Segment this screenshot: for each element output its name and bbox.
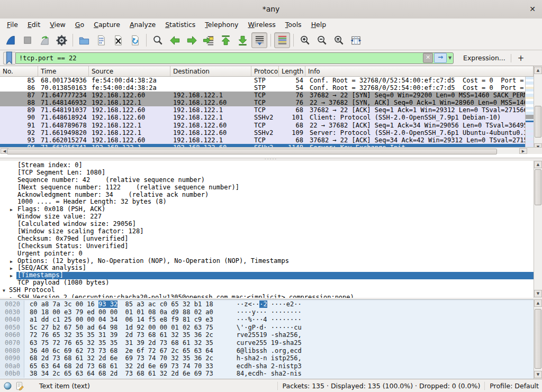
hex-row-0070[interactable]: 007063 75 72 76 65 32 35 35 31 39 2d 73 … bbox=[0, 339, 542, 347]
hex-bytes[interactable]: 5c 27 b2 67 50 ad 64 98 1d 92 00 00 01 0… bbox=[30, 324, 213, 332]
packet-row-93[interactable]: 9371.662015274192.168.122.60192.168.122.… bbox=[0, 136, 525, 144]
zoom-in-button[interactable] bbox=[297, 32, 313, 48]
column-header-no[interactable]: No. bbox=[0, 66, 38, 76]
detail-line[interactable]: TCP payload (1080 bytes) bbox=[0, 279, 542, 287]
filter-apply-button[interactable]: → bbox=[434, 53, 447, 63]
detail-line[interactable]: [Checksum Status: Unverified] bbox=[0, 243, 542, 250]
hex-ascii[interactable]: 6@libssh .org,ecd bbox=[237, 347, 302, 355]
packet-list-vscrollbar[interactable]: ▲ ▼ bbox=[534, 66, 542, 151]
scroll-up-icon[interactable]: ▲ bbox=[534, 67, 542, 74]
detail-line[interactable]: ▼SSH Protocol bbox=[0, 287, 542, 294]
menu-edit[interactable]: Edit bbox=[23, 19, 45, 30]
expert-info-icon[interactable] bbox=[3, 381, 12, 390]
go-back-button[interactable] bbox=[167, 32, 183, 48]
detail-line[interactable]: [TCP Segment Len: 1080] bbox=[0, 169, 542, 177]
file-open-button[interactable] bbox=[76, 32, 92, 48]
packet-row-89[interactable]: 8971.648191037192.168.122.60192.168.122.… bbox=[0, 106, 525, 114]
detail-line[interactable]: [Next sequence number: 1122 (relative se… bbox=[0, 184, 542, 192]
hex-row-0050[interactable]: 00505c 27 b2 67 50 ad 64 98 1d 92 00 00 … bbox=[0, 324, 542, 332]
hex-row-0020[interactable]: 0020c0 a8 7a 3c 00 16 93 32 85 a3 ac c0 … bbox=[0, 300, 542, 308]
hex-bytes[interactable]: 63 75 72 76 65 32 35 35 31 39 2d 73 68 6… bbox=[30, 339, 213, 347]
detail-line[interactable]: ▶Options: (12 bytes), No-Operation (NOP)… bbox=[0, 258, 542, 265]
zoom-out-button[interactable] bbox=[314, 32, 330, 48]
menu-file[interactable]: File bbox=[2, 19, 23, 30]
go-last-button[interactable] bbox=[234, 32, 250, 48]
resize-columns-button[interactable] bbox=[348, 32, 364, 48]
hex-bytes[interactable]: 68 2d 73 68 61 32 2d 6e 69 73 74 70 32 3… bbox=[30, 354, 213, 362]
details-vscrollbar[interactable]: ▲ ▼ bbox=[534, 161, 542, 298]
bytes-scroll-thumb[interactable] bbox=[535, 309, 541, 369]
packet-row-92[interactable]: 9271.661949820192.168.122.1192.168.122.6… bbox=[0, 129, 525, 136]
hex-row-0040[interactable]: 0040a1 dd c1 25 00 00 04 34 06 14 f5 e8 … bbox=[0, 316, 542, 324]
hex-ascii[interactable]: rve25519 -sha256, bbox=[237, 331, 302, 339]
filter-clear-button[interactable]: ✕ bbox=[423, 53, 433, 63]
hex-bytes[interactable]: 36 40 6c 69 62 73 73 68 2e 6f 72 67 2c 6… bbox=[30, 347, 213, 355]
detail-line[interactable]: ▶Flags: 0x018 (PSH, ACK) bbox=[0, 206, 542, 213]
hex-ascii[interactable]: h-sha2-n istp256, bbox=[237, 354, 302, 362]
hex-row-0060[interactable]: 006072 76 65 32 35 35 31 39 2d 73 68 61 … bbox=[0, 331, 542, 339]
menu-wireless[interactable]: Wireless bbox=[243, 19, 281, 30]
detail-line[interactable]: 1000 .... = Header Length: 32 bytes (8) bbox=[0, 198, 542, 206]
detail-line[interactable]: Acknowledgment number: 34 (relative ack … bbox=[0, 192, 542, 199]
detail-line[interactable]: Window size value: 227 bbox=[0, 213, 542, 221]
packet-list-hscroll-thumb[interactable] bbox=[7, 149, 497, 154]
menu-analyze[interactable]: Analyze bbox=[125, 19, 160, 30]
menu-telephony[interactable]: Telephony bbox=[200, 19, 243, 30]
detail-line[interactable]: Sequence number: 42 (relative sequence n… bbox=[0, 177, 542, 184]
detail-line[interactable]: [Stream index: 0] bbox=[0, 162, 542, 169]
column-header-destination[interactable]: Destination bbox=[170, 66, 251, 76]
capture-options-button[interactable] bbox=[53, 32, 69, 48]
menu-go[interactable]: Go bbox=[70, 19, 89, 30]
profile-text[interactable]: Profile: Default bbox=[490, 382, 539, 390]
menu-statistics[interactable]: Statistics bbox=[160, 19, 200, 30]
column-header-length[interactable]: Length bbox=[279, 66, 305, 76]
scroll-up-icon[interactable]: ▲ bbox=[534, 299, 542, 307]
collapsed-arrow-icon[interactable]: ▶ bbox=[10, 265, 13, 272]
collapsed-arrow-icon[interactable]: ▶ bbox=[10, 206, 13, 213]
scroll-down-icon[interactable]: ▼ bbox=[534, 290, 542, 297]
collapsed-arrow-icon[interactable]: ▶ bbox=[10, 272, 13, 279]
file-close-button[interactable] bbox=[110, 32, 126, 48]
column-header-time[interactable]: Time bbox=[38, 66, 89, 76]
hex-bytes[interactable]: 72 76 65 32 35 35 31 39 2d 73 68 61 32 3… bbox=[30, 331, 213, 339]
hex-bytes[interactable]: c0 a8 7a 3c 00 16 93 32 85 a3 ac c0 65 3… bbox=[30, 300, 213, 308]
hex-bytes[interactable]: 65 63 64 68 2d 73 68 61 32 2d 6e 69 73 7… bbox=[30, 362, 213, 370]
expanded-arrow-icon[interactable]: ▼ bbox=[3, 287, 5, 294]
menu-capture[interactable]: Capture bbox=[89, 19, 125, 30]
display-filter-input[interactable] bbox=[16, 53, 423, 63]
hex-bytes[interactable]: a1 dd c1 25 00 00 04 34 06 14 f5 e8 f9 8… bbox=[30, 316, 213, 324]
menu-tools[interactable]: Tools bbox=[281, 19, 306, 30]
auto-scroll-button[interactable] bbox=[251, 32, 267, 48]
hex-row-0090[interactable]: 009068 2d 73 68 61 32 2d 6e 69 73 74 70 … bbox=[0, 354, 542, 362]
close-window-icon[interactable]: ✕ bbox=[529, 5, 536, 13]
bytes-vscrollbar[interactable]: ▲ ▼ bbox=[534, 299, 542, 379]
packet-row-86[interactable]: 8670.013850163fe:54:00:d4:38:2aSTP54Conf… bbox=[0, 84, 525, 92]
hex-ascii[interactable]: curve255 19-sha25 bbox=[237, 339, 302, 347]
hex-row-0080[interactable]: 008036 40 6c 69 62 73 73 68 2e 6f 72 67 … bbox=[0, 347, 542, 355]
zoom-original-button[interactable] bbox=[331, 32, 347, 48]
scroll-right-icon[interactable]: ▶ bbox=[519, 148, 527, 154]
hex-ascii[interactable]: ···%···4 ········ bbox=[237, 316, 302, 324]
collapsed-arrow-icon[interactable]: ▶ bbox=[10, 258, 13, 265]
menu-view[interactable]: View bbox=[45, 19, 70, 30]
detail-line[interactable]: Checksum: 0x79ed [unverified] bbox=[0, 235, 542, 243]
packet-row-90[interactable]: 9071.648618924192.168.122.60192.168.122.… bbox=[0, 114, 525, 121]
capture-stop-button[interactable] bbox=[20, 32, 35, 48]
hex-bytes[interactable]: 38 34 2c 65 63 64 68 2d 73 68 61 32 2d 6… bbox=[30, 370, 213, 378]
find-packet-button[interactable] bbox=[150, 32, 166, 48]
packet-row-88[interactable]: 8871.648146932192.168.122.1192.168.122.6… bbox=[0, 99, 525, 106]
capture-comment-icon[interactable] bbox=[15, 381, 24, 390]
go-forward-button[interactable] bbox=[184, 32, 200, 48]
packet-row-91[interactable]: 9171.648789678192.168.122.1192.168.122.6… bbox=[0, 122, 525, 129]
hex-ascii[interactable]: ··z<···2 ····e2·· bbox=[237, 300, 302, 308]
hex-bytes[interactable]: 80 18 00 e3 79 ed 00 00 01 01 08 0a d9 8… bbox=[30, 308, 213, 316]
packet-list-hscrollbar[interactable]: ◀ ▶ bbox=[0, 147, 527, 154]
scroll-up-icon[interactable]: ▲ bbox=[534, 161, 542, 168]
detail-line[interactable]: Urgent pointer: 0 bbox=[0, 250, 542, 258]
hex-ascii[interactable]: ecdh-sha 2-nistp3 bbox=[237, 362, 302, 370]
scroll-down-icon[interactable]: ▼ bbox=[534, 371, 542, 378]
go-to-packet-button[interactable] bbox=[201, 32, 216, 48]
detail-line[interactable]: [Window size scaling factor: 128] bbox=[0, 228, 542, 235]
colorize-button[interactable] bbox=[274, 32, 290, 48]
capture-restart-button[interactable] bbox=[37, 32, 52, 48]
